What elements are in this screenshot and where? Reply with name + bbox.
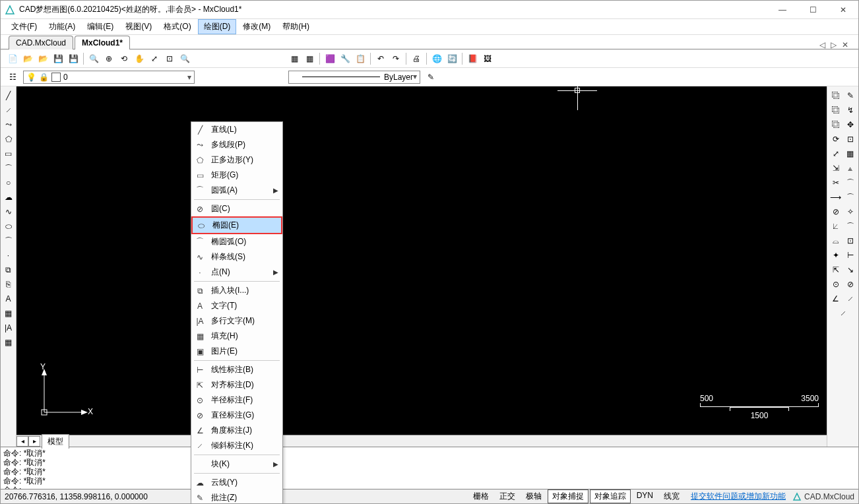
pline-tool-icon[interactable]: ⤳	[2, 118, 15, 131]
toggle-对象捕捉[interactable]: 对象捕捉	[548, 489, 589, 503]
img-icon[interactable]: 🖼	[481, 52, 494, 65]
menu-item-椭圆e[interactable]: ⬭椭圆(E)	[191, 216, 282, 234]
print-icon[interactable]: 🖨	[410, 52, 423, 65]
r17-icon[interactable]: ⟋	[837, 307, 850, 320]
arc-tool-icon[interactable]: ⌒	[2, 162, 15, 175]
menu-item-倾斜标注k[interactable]: ⟋倾斜标注(K)	[191, 438, 282, 453]
menu-item-填充h[interactable]: ▦填充(H)	[191, 329, 282, 344]
trim-icon[interactable]: ✂	[829, 176, 843, 189]
block-tool-icon[interactable]: ⧉	[2, 263, 15, 276]
r2-icon[interactable]: ⊡	[844, 133, 857, 146]
spline-tool-icon[interactable]: ∿	[2, 205, 15, 218]
r15-icon[interactable]: ∠	[829, 292, 843, 305]
region-tool-icon[interactable]: ▦	[2, 336, 15, 349]
r5-icon[interactable]: ⌒	[844, 176, 857, 189]
menu-item-正多边形y[interactable]: ⬠正多边形(Y)	[191, 152, 282, 168]
menu-item-样条线s[interactable]: ∿样条线(S)	[191, 249, 282, 265]
menu-item-云线y[interactable]: ☁云线(Y)	[191, 475, 282, 490]
menu-item-插入块i...[interactable]: ⧉插入块(I...)	[191, 283, 282, 298]
xline-tool-icon[interactable]: ⟋	[2, 104, 15, 117]
tab-1[interactable]: MxCloud1*	[75, 36, 130, 49]
menu-item-块k[interactable]: 块(K)▶	[191, 457, 282, 472]
toggle-正交[interactable]: 正交	[495, 489, 520, 503]
tb-icon-d[interactable]: 🔧	[338, 52, 352, 65]
open-icon[interactable]: 📂	[21, 52, 34, 65]
menu-file[interactable]: 文件(F)	[6, 20, 42, 34]
point-tool-icon[interactable]: ·	[2, 249, 15, 262]
r16-icon[interactable]: ⟋	[844, 292, 857, 305]
break-icon[interactable]: ⊘	[829, 205, 843, 218]
menu-item-椭圆弧o[interactable]: ⌒椭圆弧(O)	[191, 234, 282, 249]
menu-help[interactable]: 帮助(H)	[277, 20, 315, 34]
zoom-obj-icon[interactable]: 🔍	[178, 52, 191, 65]
insert-tool-icon[interactable]: ⎘	[2, 278, 15, 291]
menu-modify[interactable]: 修改(M)	[238, 20, 276, 34]
zoom-window-icon[interactable]: 🔍	[87, 52, 100, 65]
menu-item-半径标注f[interactable]: ⊙半径标注(F)	[191, 393, 282, 408]
drawing-canvas[interactable]: Y X 500 3500 1500	[16, 86, 827, 435]
save-icon[interactable]: 💾	[51, 52, 65, 65]
maximize-button[interactable]: ☐	[798, 1, 828, 19]
mirror-icon[interactable]: ⿻	[829, 104, 843, 117]
r13-icon[interactable]: ⊙	[829, 278, 843, 291]
zoom-in-icon[interactable]: ⊕	[102, 52, 115, 65]
menu-item-点n[interactable]: ·点(N)▶	[191, 265, 282, 280]
tab-0[interactable]: CAD.MxCloud	[9, 36, 73, 49]
menu-item-多行文字m[interactable]: |A多行文字(M)	[191, 313, 282, 329]
minimize-button[interactable]: —	[767, 1, 798, 19]
menu-item-圆弧a[interactable]: ⌒圆弧(A)▶	[191, 183, 282, 198]
menu-draw[interactable]: 绘图(D)	[198, 19, 237, 34]
menu-item-角度标注j[interactable]: ∠角度标注(J)	[191, 423, 282, 438]
erase-icon[interactable]: ✎	[844, 89, 857, 102]
r3-icon[interactable]: ▦	[844, 147, 857, 160]
toggle-极轴[interactable]: 极轴	[521, 489, 546, 503]
mtext-tool-icon[interactable]: |A	[2, 321, 15, 334]
tb-icon-c[interactable]: 🟪	[323, 52, 336, 65]
r4-icon[interactable]: ⟁	[844, 162, 857, 175]
menu-function[interactable]: 功能(A)	[44, 20, 80, 34]
menu-item-对齐标注d[interactable]: ⇱对齐标注(D)	[191, 377, 282, 393]
toggle-线宽[interactable]: 线宽	[659, 489, 684, 503]
zoom-all-icon[interactable]: ⊡	[163, 52, 176, 65]
tab-prev-icon[interactable]: ◁	[817, 40, 827, 49]
r10-icon[interactable]: ⊢	[844, 249, 857, 262]
toggle-DYN[interactable]: DYN	[632, 489, 658, 503]
tb-icon-b[interactable]: ▦	[303, 52, 316, 65]
pdf-icon[interactable]: 📕	[466, 52, 479, 65]
zoom-ext-icon[interactable]: ⤢	[148, 52, 161, 65]
r14-icon[interactable]: ⊘	[844, 278, 857, 291]
menu-view[interactable]: 视图(V)	[120, 20, 157, 34]
text-tool-icon[interactable]: A	[2, 292, 15, 305]
r9-icon[interactable]: ⊡	[844, 234, 857, 247]
pan-icon[interactable]: ✋	[133, 52, 146, 65]
extend-icon[interactable]: ⟶	[829, 191, 843, 204]
scroll-right-icon[interactable]: ▸	[28, 436, 40, 447]
array-icon[interactable]: ⿻	[829, 118, 843, 131]
line-tool-icon[interactable]: ╱	[2, 89, 15, 102]
r6-icon[interactable]: ⌒	[844, 191, 857, 204]
toggle-栅格[interactable]: 栅格	[468, 489, 493, 503]
offset-icon[interactable]: ↯	[844, 104, 857, 117]
menu-format[interactable]: 格式(O)	[158, 20, 196, 34]
refresh-icon[interactable]: 🔄	[445, 52, 459, 65]
rect-tool-icon[interactable]: ▭	[2, 147, 15, 160]
menu-item-批注z[interactable]: ✎批注(Z)	[191, 490, 282, 504]
ellipsearc-tool-icon[interactable]: ⌒	[2, 234, 15, 247]
redo-icon[interactable]: ↷	[389, 52, 402, 65]
move-icon[interactable]: ✥	[844, 118, 857, 131]
linetype-select[interactable]: ByLayer	[288, 71, 420, 84]
fillet-icon[interactable]: ⌓	[829, 234, 843, 247]
rotate-icon[interactable]: ⟳	[829, 133, 843, 146]
hatch-tool-icon[interactable]: ▦	[2, 307, 15, 320]
scale-icon[interactable]: ⤢	[829, 147, 843, 160]
layers-icon[interactable]: ☷	[6, 71, 19, 84]
menu-item-直线l[interactable]: ╱直线(L)	[191, 122, 282, 137]
menu-item-直径标注g[interactable]: ⊘直径标注(G)	[191, 408, 282, 423]
menu-item-图片e[interactable]: ▣图片(E)	[191, 344, 282, 359]
polygon-tool-icon[interactable]: ⬠	[2, 133, 15, 146]
scroll-left-icon[interactable]: ◂	[16, 436, 28, 447]
r8-icon[interactable]: ⌒	[844, 220, 857, 233]
linetype-edit-icon[interactable]: ✎	[424, 71, 437, 84]
model-tab[interactable]: 模型	[42, 434, 69, 449]
close-button[interactable]: ✕	[828, 1, 858, 19]
